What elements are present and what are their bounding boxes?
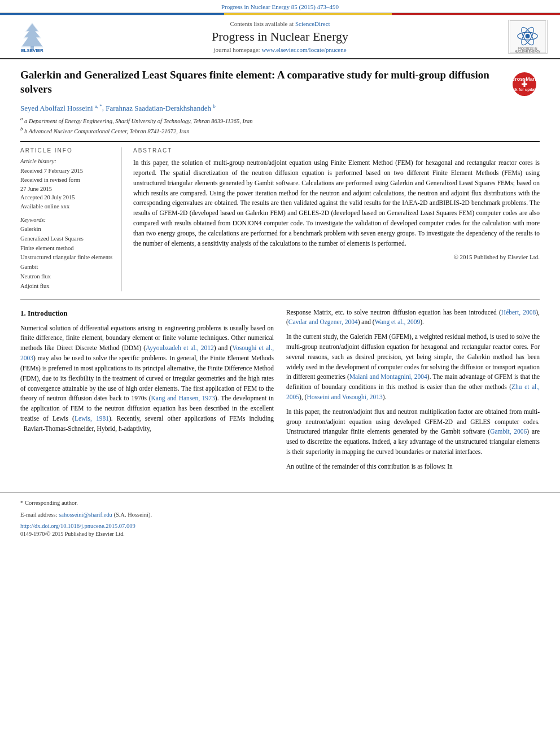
intro-para-right-2: In the current study, the Galerkin FEM (…: [286, 332, 540, 403]
keywords-label: Keywords:: [20, 217, 115, 223]
email-link[interactable]: sahosseini@sharif.edu: [59, 512, 112, 518]
svg-point-5: [526, 34, 530, 38]
kw-unstructured: Unstructured triangular finite elements: [20, 253, 115, 263]
kw-fem: Finite element method: [20, 244, 115, 254]
kw-gambit: Gambit: [20, 263, 115, 272]
available-online: Available online xxx: [20, 202, 115, 211]
ref-hebert[interactable]: Hébert, 2008: [501, 309, 536, 316]
body-two-col: 1. Introduction Numerical solution of di…: [20, 308, 540, 477]
science-direct-line: Contents lists available at ScienceDirec…: [58, 20, 502, 27]
article-info-label: ARTICLE INFO: [20, 147, 115, 154]
ref-ayyoubzadeh[interactable]: Ayyoubzadeh et al., 2012: [146, 344, 214, 351]
elsevier-logo: ELSEVIER: [7, 21, 58, 53]
journal-logo-image: PROGRESS IN NUCLEAR ENERGY: [508, 20, 548, 54]
crossmark-badge[interactable]: CrossMark click for updates: [509, 68, 540, 99]
ref-cavdar[interactable]: Cavdar and Ozgener, 2004: [288, 318, 358, 325]
homepage-link[interactable]: www.elsevier.com/locate/pnucene: [261, 46, 346, 53]
affiliations: a a Department of Energy Engineering, Sh…: [20, 115, 540, 136]
body-right-col: Response Matrix, etc. to solve neutron d…: [286, 308, 540, 477]
journal-title-block: Contents lists available at ScienceDirec…: [58, 20, 502, 53]
kw-neutron-flux: Neutron flux: [20, 272, 115, 282]
ref-kang[interactable]: Kang and Hansen, 1973: [151, 395, 215, 401]
issn-line: 0149-1970/© 2015 Published by Elsevier L…: [20, 531, 540, 537]
intro-para-right-3: In this paper, the neutron/adjoint flux …: [286, 407, 540, 457]
journal-logo-right: PROGRESS IN NUCLEAR ENERGY: [502, 20, 553, 54]
paper-content: Galerkin and Generalized Least Squares f…: [0, 59, 560, 488]
article-title: Galerkin and Generalized Least Squares f…: [20, 68, 540, 96]
keywords-section: Keywords: Galerkin Generalized Least Squ…: [20, 217, 115, 291]
body-left-col: 1. Introduction Numerical solution of di…: [20, 308, 274, 477]
elsevier-tree-icon: ELSEVIER: [13, 21, 51, 53]
author-hosseini: Seyed Abolfazl Hosseini a, *: [20, 104, 102, 112]
accepted-date: Accepted 20 July 2015: [20, 193, 115, 202]
svg-text:ELSEVIER: ELSEVIER: [21, 48, 43, 53]
intro-para-1: Numerical solution of differential equat…: [20, 324, 274, 434]
email-note: E-mail address: sahosseini@sharif.edu (S…: [20, 510, 540, 519]
received-date: Received 7 February 2015: [20, 167, 115, 176]
nuclear-energy-icon: PROGRESS IN NUCLEAR ENERGY: [510, 20, 546, 53]
journal-reference: Progress in Nuclear Energy 85 (2015) 473…: [221, 3, 339, 10]
abstract-column: ABSTRACT In this paper, the solution of …: [133, 147, 540, 291]
corresponding-note: * Corresponding author.: [20, 499, 540, 508]
abstract-text: In this paper, the solution of multi-gro…: [133, 158, 540, 248]
science-direct-link[interactable]: ScienceDirect: [295, 20, 330, 27]
svg-text:NUCLEAR ENERGY: NUCLEAR ENERGY: [515, 50, 541, 53]
article-info-abstract: ARTICLE INFO Article history: Received 7…: [20, 141, 540, 291]
ref-wang[interactable]: Wang et al., 2009: [375, 318, 421, 325]
kw-gls: Generalized Least Squares: [20, 234, 115, 244]
journal-header: ELSEVIER Contents lists available at Sci…: [0, 15, 560, 59]
svg-text:click for updates: click for updates: [512, 88, 537, 92]
authors-line: Seyed Abolfazl Hosseini a, *, Farahnaz S…: [20, 103, 540, 112]
ref-hosseini-vosoughi[interactable]: Hosseini and Vosoughi, 2013: [307, 394, 382, 400]
affiliation-b: b b Advanced Nuclear Computational Cente…: [20, 125, 540, 136]
journal-reference-bar: Progress in Nuclear Energy 85 (2015) 473…: [0, 0, 560, 13]
journal-name: Progress in Nuclear Energy: [58, 29, 502, 44]
ref-lewis[interactable]: Lewis, 1981: [75, 415, 109, 422]
history-label: Article history:: [20, 158, 115, 164]
article-info-column: ARTICLE INFO Article history: Received 7…: [20, 147, 122, 291]
affiliation-a: a a Department of Energy Engineering, Sh…: [20, 115, 540, 125]
ref-gambit[interactable]: Gambit, 2006: [490, 428, 527, 435]
received-revised-date: 27 June 2015: [20, 185, 115, 194]
author-saadatian: Farahnaz Saadatian-Derakhshandeh b: [106, 104, 215, 112]
intro-para-right-1: Response Matrix, etc. to solve neutron d…: [286, 308, 540, 328]
svg-marker-1: [22, 24, 42, 46]
article-title-text: Galerkin and Generalized Least Squares f…: [20, 69, 489, 95]
footer-area: * Corresponding author. E-mail address: …: [0, 492, 560, 542]
received-revised-label: Received in revised form: [20, 176, 115, 185]
svg-text:CrossMark: CrossMark: [512, 76, 537, 82]
homepage-line: journal homepage: www.elsevier.com/locat…: [58, 46, 502, 53]
doi-line: http://dx.doi.org/10.1016/j.pnucene.2015…: [20, 523, 540, 529]
intro-para-right-4: An outline of the remainder of this cont…: [286, 462, 540, 472]
doi-link[interactable]: http://dx.doi.org/10.1016/j.pnucene.2015…: [20, 523, 135, 529]
kw-galerkin: Galerkin: [20, 225, 115, 234]
section-divider: [20, 299, 540, 300]
ref-maiani[interactable]: Maiani and Montagnini, 2004: [349, 373, 427, 380]
abstract-copyright: © 2015 Published by Elsevier Ltd.: [133, 254, 540, 260]
abstract-label: ABSTRACT: [133, 147, 540, 154]
crossmark-icon: CrossMark click for updates: [512, 72, 537, 97]
kw-adjoint-flux: Adjoint flux: [20, 282, 115, 291]
intro-section-title: 1. Introduction: [20, 308, 274, 319]
